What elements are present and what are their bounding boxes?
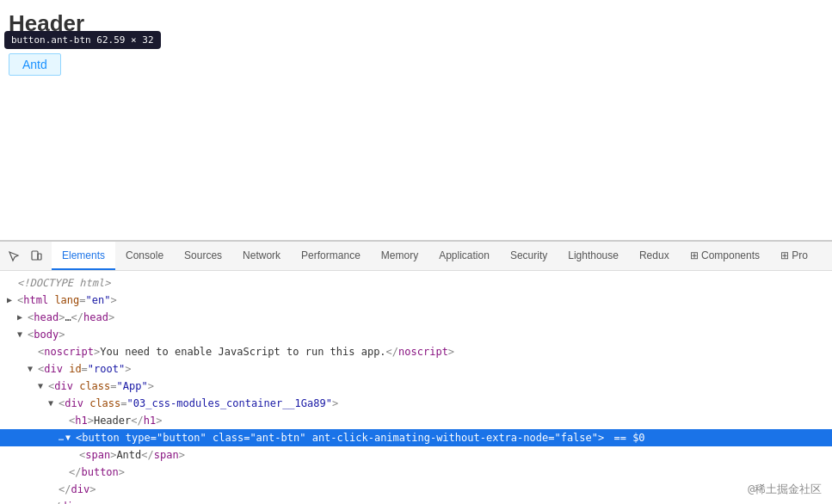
tab-components[interactable]: ⊞ Components <box>680 242 770 270</box>
code-line-button-close: </button> <box>0 464 832 481</box>
svg-rect-1 <box>38 254 41 260</box>
svg-rect-0 <box>32 251 38 260</box>
inspect-element-icon[interactable] <box>3 246 24 267</box>
tab-memory[interactable]: Memory <box>371 242 428 270</box>
tab-network[interactable]: Network <box>232 242 291 270</box>
tab-redux[interactable]: Redux <box>629 242 680 270</box>
tab-elements[interactable]: Elements <box>52 242 115 270</box>
code-line-h1[interactable]: <h1>Header</h1> <box>0 412 832 429</box>
code-line-div-app[interactable]: ▼ <div class="App"> <box>0 378 832 395</box>
tab-sources[interactable]: Sources <box>174 242 232 270</box>
devtools-panel: Elements Console Sources Network Perform… <box>0 241 832 504</box>
tab-security[interactable]: Security <box>500 242 558 270</box>
code-line-html[interactable]: ▶ <html lang="en"> <box>0 292 832 309</box>
code-line-div-root[interactable]: ▼ <div id="root"> <box>0 360 832 378</box>
devtools-code-content: <!DOCTYPE html> ▶ <html lang="en"> ▶ <he… <box>0 271 832 504</box>
code-line-span[interactable]: <span>Antd</span> <box>0 446 832 464</box>
tooltip-size: 62.59 × 32 <box>96 34 153 46</box>
page-area: Header button.ant-btn 62.59 × 32 Antd <box>0 0 832 241</box>
code-line-div-css[interactable]: ▼ <div class="03_css-modules_container__… <box>0 395 832 412</box>
element-tooltip: button.ant-btn 62.59 × 32 <box>4 31 161 49</box>
tab-pro[interactable]: ⊞ Pro <box>770 242 818 270</box>
code-line-body[interactable]: ▼ <body> <box>0 326 832 343</box>
device-toolbar-icon[interactable] <box>26 246 46 267</box>
code-line-div-close2: </div> <box>0 498 832 504</box>
tab-performance[interactable]: Performance <box>291 242 371 270</box>
tab-application[interactable]: Application <box>428 242 500 270</box>
watermark: @稀土掘金社区 <box>748 482 822 497</box>
code-line-doctype: <!DOCTYPE html> <box>0 274 832 292</box>
antd-button[interactable]: Antd <box>9 53 61 76</box>
code-line-noscript[interactable]: <noscript>You need to enable JavaScript … <box>0 343 832 360</box>
code-line-head[interactable]: ▶ <head>…</head> <box>0 309 832 326</box>
devtools-tabs: Elements Console Sources Network Perform… <box>52 242 818 270</box>
tab-lighthouse[interactable]: Lighthouse <box>558 242 629 270</box>
devtools-toolbar: Elements Console Sources Network Perform… <box>0 242 832 271</box>
code-line-div-close1: </div> <box>0 481 832 498</box>
tab-console[interactable]: Console <box>115 242 174 270</box>
ellipsis-indicator: … <box>59 430 64 446</box>
toolbar-icons <box>3 246 46 267</box>
code-line-button[interactable]: … ▼ <button type="button" class="ant-btn… <box>0 429 832 446</box>
tooltip-selector: button.ant-btn <box>11 34 91 46</box>
